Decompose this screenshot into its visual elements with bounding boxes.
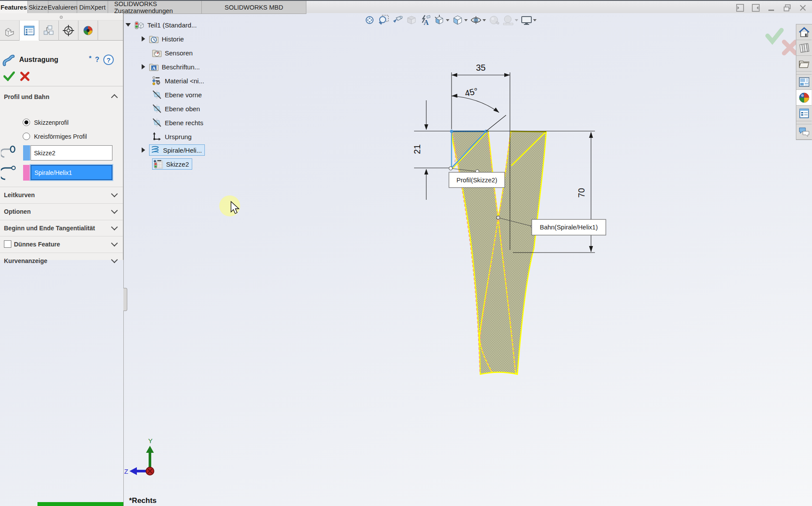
home-icon[interactable]	[796, 24, 812, 40]
tab-zusatzanwendungen[interactable]: SOLIDWORKS Zusatzanwendungen	[108, 1, 202, 14]
tree-item-ebene-vorne[interactable]: Ebene vorne	[152, 89, 202, 101]
tab-dimxpert-manager[interactable]	[59, 21, 78, 41]
section-leitkurven[interactable]: Leitkurven	[0, 187, 123, 203]
section-optionen[interactable]: Optionen	[0, 203, 123, 219]
chevron-down-icon[interactable]	[111, 256, 118, 263]
section-profil-und-bahn[interactable]: Profil und Bahn	[4, 93, 49, 100]
tree-item-ursprung[interactable]: Ursprung	[152, 130, 192, 143]
radio-kreisfoermiges-profil[interactable]: Kreisförmiges Profil	[23, 133, 87, 140]
minimize-icon[interactable]	[767, 3, 776, 13]
section-duennes-feature[interactable]: Dünnes Feature	[0, 236, 123, 252]
custom-properties-icon[interactable]	[796, 106, 812, 121]
tab-configuration-manager[interactable]	[39, 21, 59, 41]
tree-item-teil1[interactable]: Teil1 (Standard...	[126, 19, 197, 31]
section-tangentialitaet[interactable]: Beginn und Ende Tangentialität	[0, 220, 123, 236]
zoom-to-area-icon[interactable]	[378, 14, 389, 26]
dock-right-icon[interactable]	[751, 3, 761, 13]
display-style-icon[interactable]	[452, 14, 468, 26]
history-folder-icon	[149, 34, 159, 44]
help-button[interactable]: ?	[103, 55, 114, 65]
dock-left-icon[interactable]	[735, 3, 745, 13]
path-field[interactable]: Spirale/Helix1	[31, 165, 112, 180]
tree-item-beschriftungen[interactable]: A Beschriftun...	[142, 61, 200, 73]
edit-appearance-icon[interactable]	[489, 14, 500, 26]
feature-tree: Teil1 (Standard... Historie Sensoren A B…	[124, 17, 238, 174]
collapse-icon[interactable]	[126, 23, 131, 27]
reference-triad: Y Z	[124, 437, 154, 475]
manager-tabs	[0, 21, 123, 41]
duennes-feature-checkbox[interactable]	[4, 240, 11, 248]
tab-features[interactable]: Features	[0, 1, 28, 14]
plane-icon	[152, 104, 162, 113]
tab-dimxpert[interactable]: DimXpert	[77, 1, 108, 14]
tab-skizze[interactable]: Skizze	[28, 1, 48, 14]
chevron-down-icon[interactable]	[482, 19, 486, 21]
confirm-ok-icon	[768, 30, 781, 41]
expand-icon[interactable]	[142, 64, 145, 69]
sensors-folder-icon	[152, 48, 162, 58]
view-orientation-icon[interactable]	[434, 14, 449, 26]
section-kurvenanzeige[interactable]: Kurvenanzeige	[0, 253, 123, 260]
previous-view-icon[interactable]	[392, 14, 403, 26]
tab-feature-manager[interactable]	[0, 21, 20, 41]
display-sphere-icon	[82, 24, 94, 37]
dimension-45deg[interactable]: 45°	[452, 86, 506, 131]
tree-item-sensoren[interactable]: Sensoren	[152, 47, 193, 59]
tab-display-manager[interactable]	[78, 21, 98, 41]
property-manager-panel: Austragung * ? ? Profil und Bahn Skizzen…	[0, 13, 123, 260]
expand-icon[interactable]	[142, 36, 145, 41]
chevron-up-icon[interactable]	[111, 94, 118, 101]
close-icon[interactable]	[798, 3, 808, 13]
radio-skizzenprofil[interactable]: Skizzenprofil	[23, 119, 68, 126]
cursor	[219, 195, 240, 216]
view-settings-icon[interactable]	[521, 14, 537, 26]
tab-evaluieren[interactable]: Evaluieren	[48, 1, 77, 14]
view-annotations-icon[interactable]: A	[420, 14, 431, 26]
tree-item-skizze2[interactable]: Skizze2	[152, 158, 192, 170]
section-label: Dünnes Feature	[14, 241, 60, 248]
tree-item-ebene-rechts[interactable]: Ebene rechts	[152, 116, 203, 129]
command-manager-grip[interactable]	[0, 13, 123, 21]
dimension-21[interactable]: 21	[412, 100, 450, 200]
tree-item-ebene-oben[interactable]: Ebene oben	[152, 103, 200, 115]
chevron-down-icon[interactable]	[111, 224, 118, 231]
tree-item-historie[interactable]: Historie	[142, 33, 184, 45]
expand-icon[interactable]	[142, 147, 145, 153]
zoom-to-fit-icon[interactable]	[364, 14, 375, 26]
tab-solidworks-mbd[interactable]: SOLIDWORKS MBD	[202, 1, 306, 14]
radio-button[interactable]	[23, 119, 30, 126]
panel-splitter-handle[interactable]	[123, 288, 127, 311]
restore-icon[interactable]	[782, 3, 792, 13]
sweep-feature-icon	[3, 54, 17, 67]
chevron-down-icon[interactable]	[111, 240, 118, 247]
chevron-down-icon[interactable]	[111, 207, 118, 214]
chevron-down-icon[interactable]	[446, 19, 449, 21]
chevron-down-icon[interactable]	[111, 191, 118, 198]
file-explorer-icon[interactable]	[796, 56, 812, 72]
tree-item-spirale-helix[interactable]: Spirale/Heli...	[142, 144, 205, 156]
pm-header: Austragung * ? ?	[0, 51, 123, 69]
selection-highlight: Spirale/Heli...	[149, 144, 205, 156]
section-label: Kurvenanzeige	[4, 257, 48, 264]
tab-property-manager[interactable]	[20, 21, 39, 41]
callout-profil[interactable]: Profil(Skizze2)	[449, 167, 505, 188]
radio-button[interactable]	[23, 133, 30, 140]
comments-icon[interactable]	[796, 124, 812, 140]
section-view-icon[interactable]	[406, 14, 417, 26]
design-library-icon[interactable]	[796, 40, 812, 56]
tree-item-material[interactable]: Material <ni...	[152, 75, 204, 87]
apply-scene-icon[interactable]	[503, 14, 518, 26]
view-palette-icon[interactable]	[796, 74, 812, 90]
part-icon	[135, 20, 144, 30]
ok-button[interactable]	[3, 72, 15, 81]
appearances-icon[interactable]	[796, 90, 812, 106]
confirmation-corner[interactable]	[768, 30, 795, 53]
profile-field[interactable]: Skizze2	[31, 145, 112, 161]
cancel-button[interactable]	[20, 72, 30, 81]
chevron-down-icon[interactable]	[464, 19, 468, 21]
chevron-down-icon[interactable]	[515, 19, 518, 21]
chevron-down-icon[interactable]	[533, 19, 537, 21]
hide-show-items-icon[interactable]	[470, 14, 486, 26]
tree-item-label: Ursprung	[165, 133, 192, 140]
tree-item-label: Beschriftun...	[162, 63, 200, 71]
